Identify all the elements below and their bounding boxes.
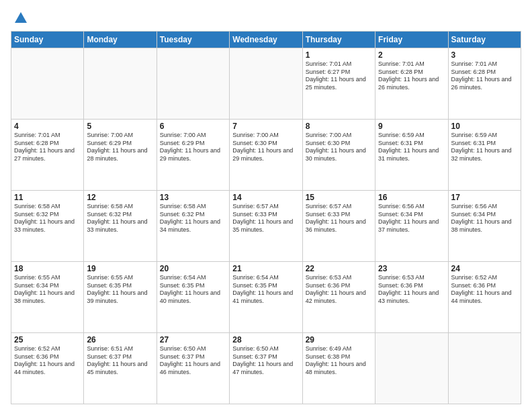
calendar-day-cell: 19Sunrise: 6:55 AM Sunset: 6:35 PM Dayli…: [84, 262, 157, 333]
calendar-day-cell: 2Sunrise: 7:01 AM Sunset: 6:28 PM Daylig…: [375, 48, 448, 120]
day-info: Sunrise: 6:55 AM Sunset: 6:35 PM Dayligh…: [87, 274, 153, 306]
day-info: Sunrise: 6:56 AM Sunset: 6:34 PM Dayligh…: [378, 203, 445, 234]
day-info: Sunrise: 6:59 AM Sunset: 6:31 PM Dayligh…: [451, 132, 518, 163]
day-number: 7: [232, 122, 299, 131]
day-number: 29: [306, 335, 372, 345]
calendar-day-cell: 21Sunrise: 6:54 AM Sunset: 6:35 PM Dayli…: [230, 262, 302, 333]
svg-marker-0: [15, 12, 27, 23]
calendar-day-cell: 12Sunrise: 6:58 AM Sunset: 6:32 PM Dayli…: [84, 191, 157, 262]
day-info: Sunrise: 6:57 AM Sunset: 6:33 PM Dayligh…: [306, 203, 372, 234]
calendar-day-cell: 1Sunrise: 7:01 AM Sunset: 6:27 PM Daylig…: [302, 48, 375, 120]
calendar-day-cell: 8Sunrise: 7:00 AM Sunset: 6:30 PM Daylig…: [302, 120, 375, 191]
day-number: 13: [160, 193, 226, 202]
day-number: 26: [87, 335, 153, 345]
calendar-day-cell: 9Sunrise: 6:59 AM Sunset: 6:31 PM Daylig…: [375, 120, 448, 191]
day-number: 11: [14, 193, 81, 202]
calendar-week-row: 11Sunrise: 6:58 AM Sunset: 6:32 PM Dayli…: [11, 191, 521, 262]
day-number: 22: [306, 264, 372, 273]
calendar-table: SundayMondayTuesdayWednesdayThursdayFrid…: [11, 31, 521, 404]
day-number: 24: [451, 264, 518, 273]
logo: [11, 11, 28, 26]
calendar-day-header: Monday: [84, 32, 157, 48]
day-info: Sunrise: 7:00 AM Sunset: 6:30 PM Dayligh…: [232, 132, 299, 163]
calendar-day-cell: 11Sunrise: 6:58 AM Sunset: 6:32 PM Dayli…: [11, 191, 84, 262]
calendar-day-cell: [448, 333, 521, 404]
calendar-day-cell: 25Sunrise: 6:52 AM Sunset: 6:36 PM Dayli…: [11, 333, 84, 404]
day-info: Sunrise: 7:00 AM Sunset: 6:29 PM Dayligh…: [87, 132, 153, 163]
day-info: Sunrise: 6:51 AM Sunset: 6:37 PM Dayligh…: [87, 345, 153, 377]
calendar-day-cell: 28Sunrise: 6:50 AM Sunset: 6:37 PM Dayli…: [230, 333, 302, 404]
day-info: Sunrise: 6:59 AM Sunset: 6:31 PM Dayligh…: [378, 132, 445, 163]
calendar-day-cell: 10Sunrise: 6:59 AM Sunset: 6:31 PM Dayli…: [448, 120, 521, 191]
day-info: Sunrise: 6:54 AM Sunset: 6:35 PM Dayligh…: [232, 274, 299, 306]
calendar-day-header: Sunday: [11, 32, 84, 48]
calendar-day-header: Tuesday: [157, 32, 229, 48]
calendar-day-cell: 16Sunrise: 6:56 AM Sunset: 6:34 PM Dayli…: [375, 191, 448, 262]
day-info: Sunrise: 6:50 AM Sunset: 6:37 PM Dayligh…: [160, 345, 226, 377]
calendar-day-cell: 29Sunrise: 6:49 AM Sunset: 6:38 PM Dayli…: [302, 333, 375, 404]
header: [11, 11, 521, 26]
day-info: Sunrise: 7:01 AM Sunset: 6:27 PM Dayligh…: [306, 60, 372, 92]
day-info: Sunrise: 7:01 AM Sunset: 6:28 PM Dayligh…: [14, 132, 81, 163]
day-info: Sunrise: 6:56 AM Sunset: 6:34 PM Dayligh…: [451, 203, 518, 234]
calendar-week-row: 4Sunrise: 7:01 AM Sunset: 6:28 PM Daylig…: [11, 120, 521, 191]
calendar-day-header: Thursday: [302, 32, 375, 48]
day-info: Sunrise: 6:58 AM Sunset: 6:32 PM Dayligh…: [14, 203, 81, 234]
day-info: Sunrise: 6:53 AM Sunset: 6:36 PM Dayligh…: [378, 274, 445, 306]
calendar-day-header: Friday: [375, 32, 448, 48]
calendar-day-cell: [230, 48, 302, 120]
day-number: 5: [87, 122, 153, 131]
calendar-day-cell: 22Sunrise: 6:53 AM Sunset: 6:36 PM Dayli…: [302, 262, 375, 333]
calendar-day-cell: 23Sunrise: 6:53 AM Sunset: 6:36 PM Dayli…: [375, 262, 448, 333]
calendar-day-cell: 15Sunrise: 6:57 AM Sunset: 6:33 PM Dayli…: [302, 191, 375, 262]
calendar-day-cell: 13Sunrise: 6:58 AM Sunset: 6:32 PM Dayli…: [157, 191, 229, 262]
day-info: Sunrise: 7:01 AM Sunset: 6:28 PM Dayligh…: [378, 60, 445, 92]
calendar-day-cell: 27Sunrise: 6:50 AM Sunset: 6:37 PM Dayli…: [157, 333, 229, 404]
day-number: 14: [232, 193, 299, 202]
day-info: Sunrise: 6:52 AM Sunset: 6:36 PM Dayligh…: [451, 274, 518, 306]
calendar-day-cell: 5Sunrise: 7:00 AM Sunset: 6:29 PM Daylig…: [84, 120, 157, 191]
calendar-day-cell: [84, 48, 157, 120]
day-info: Sunrise: 7:00 AM Sunset: 6:29 PM Dayligh…: [160, 132, 226, 163]
calendar-day-cell: 3Sunrise: 7:01 AM Sunset: 6:28 PM Daylig…: [448, 48, 521, 120]
day-info: Sunrise: 7:00 AM Sunset: 6:30 PM Dayligh…: [306, 132, 372, 163]
day-info: Sunrise: 6:57 AM Sunset: 6:33 PM Dayligh…: [232, 203, 299, 234]
day-number: 28: [232, 335, 299, 345]
calendar-day-cell: 14Sunrise: 6:57 AM Sunset: 6:33 PM Dayli…: [230, 191, 302, 262]
calendar-day-cell: [157, 48, 229, 120]
day-info: Sunrise: 6:49 AM Sunset: 6:38 PM Dayligh…: [306, 345, 372, 377]
calendar-day-cell: 7Sunrise: 7:00 AM Sunset: 6:30 PM Daylig…: [230, 120, 302, 191]
day-number: 10: [451, 122, 518, 131]
day-number: 23: [378, 264, 445, 273]
calendar-header-row: SundayMondayTuesdayWednesdayThursdayFrid…: [11, 32, 521, 48]
day-number: 2: [378, 50, 445, 60]
day-number: 6: [160, 122, 226, 131]
day-number: 1: [306, 50, 372, 60]
calendar-day-header: Wednesday: [230, 32, 302, 48]
day-number: 9: [378, 122, 445, 131]
day-number: 18: [14, 264, 81, 273]
day-info: Sunrise: 6:54 AM Sunset: 6:35 PM Dayligh…: [160, 274, 226, 306]
day-info: Sunrise: 6:53 AM Sunset: 6:36 PM Dayligh…: [306, 274, 372, 306]
day-number: 21: [232, 264, 299, 273]
day-number: 16: [378, 193, 445, 202]
calendar-day-cell: 17Sunrise: 6:56 AM Sunset: 6:34 PM Dayli…: [448, 191, 521, 262]
page: SundayMondayTuesdayWednesdayThursdayFrid…: [0, 0, 532, 411]
day-info: Sunrise: 6:55 AM Sunset: 6:34 PM Dayligh…: [14, 274, 81, 306]
day-number: 25: [14, 335, 81, 345]
day-number: 20: [160, 264, 226, 273]
calendar-day-cell: 20Sunrise: 6:54 AM Sunset: 6:35 PM Dayli…: [157, 262, 229, 333]
day-number: 12: [87, 193, 153, 202]
day-number: 3: [451, 50, 518, 60]
calendar-day-cell: 4Sunrise: 7:01 AM Sunset: 6:28 PM Daylig…: [11, 120, 84, 191]
calendar-day-cell: 18Sunrise: 6:55 AM Sunset: 6:34 PM Dayli…: [11, 262, 84, 333]
day-info: Sunrise: 6:58 AM Sunset: 6:32 PM Dayligh…: [87, 203, 153, 234]
day-number: 19: [87, 264, 153, 273]
calendar-day-header: Saturday: [448, 32, 521, 48]
day-info: Sunrise: 6:52 AM Sunset: 6:36 PM Dayligh…: [14, 345, 81, 377]
calendar-week-row: 1Sunrise: 7:01 AM Sunset: 6:27 PM Daylig…: [11, 48, 521, 120]
calendar-day-cell: [375, 333, 448, 404]
calendar-day-cell: [11, 48, 84, 120]
day-number: 4: [14, 122, 81, 131]
logo-icon: [13, 11, 28, 26]
